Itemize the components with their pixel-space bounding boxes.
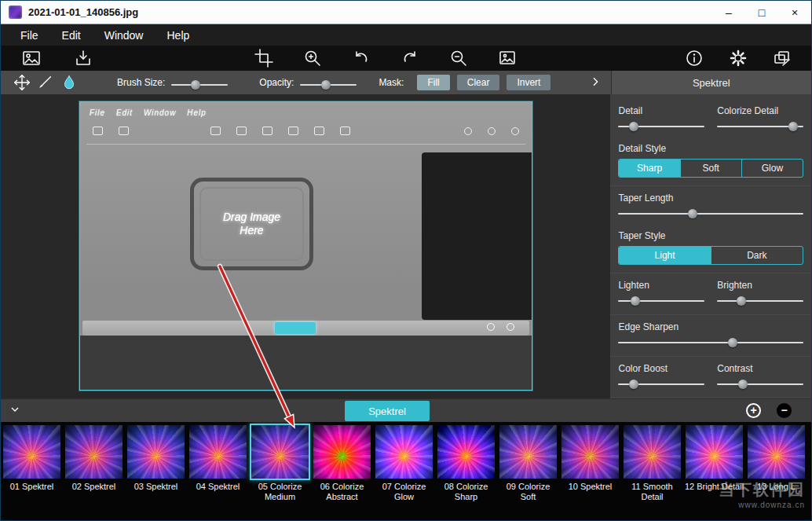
preset-thumbnail-image[interactable] <box>313 425 371 479</box>
compare-image-icon[interactable] <box>497 48 518 68</box>
color-boost-label: Color Boost <box>618 363 704 374</box>
menu-window[interactable]: Window <box>93 24 155 46</box>
detail-style-glow-button[interactable]: Glow <box>741 160 803 177</box>
preset-thumbnail-label: 10 Spektrel <box>561 482 620 492</box>
preset-thumbnail-image[interactable] <box>624 425 681 479</box>
preset-thumbnail[interactable]: 02 Spektrel <box>63 425 125 521</box>
slider-handle[interactable] <box>629 380 638 389</box>
preset-thumbnail-label: 05 Colorize Medium <box>251 482 310 501</box>
preset-category-tab[interactable]: Spektrel <box>345 401 430 421</box>
preset-thumbnail[interactable]: 12 Bright Detail <box>683 425 745 521</box>
move-tool-icon[interactable] <box>10 72 34 93</box>
brush-size-slider[interactable] <box>171 79 228 90</box>
edge-sharpen-slider[interactable] <box>618 337 803 348</box>
opacity-slider[interactable] <box>300 79 357 90</box>
detail-style-sharp-button[interactable]: Sharp <box>619 160 679 177</box>
slider-handle[interactable] <box>728 338 737 347</box>
slider-handle[interactable] <box>629 122 638 131</box>
preset-thumbnail[interactable]: 10 Spektrel <box>559 425 621 521</box>
mask-invert-button[interactable]: Invert <box>507 75 550 90</box>
preset-thumbnail-image[interactable] <box>65 425 123 479</box>
preset-thumbnail[interactable]: 07 Colorize Glow <box>373 425 435 521</box>
close-button[interactable]: × <box>778 1 811 24</box>
minimize-button[interactable]: – <box>712 1 745 24</box>
zoom-out-icon[interactable] <box>448 48 469 68</box>
edge-sharpen-label: Edge Sharpen <box>618 321 803 332</box>
slider-handle[interactable] <box>688 209 697 218</box>
preview-sketch-plus-icon <box>487 323 495 331</box>
preset-thumbnail-image[interactable] <box>437 425 495 479</box>
canvas-area[interactable]: File Edit Window Help Drag Image Here <box>1 94 610 398</box>
zoom-in-icon[interactable] <box>302 48 323 68</box>
contrast-slider[interactable] <box>717 379 803 390</box>
preset-thumbnail-image[interactable] <box>686 425 743 479</box>
mask-clear-button[interactable]: Clear <box>457 75 500 90</box>
remove-preset-button[interactable]: − <box>777 403 792 418</box>
menu-edit[interactable]: Edit <box>50 24 93 46</box>
panel-header-title: Spektrel <box>611 71 812 94</box>
info-icon[interactable] <box>684 48 704 68</box>
preset-thumbnail[interactable]: 08 Colorize Sharp <box>435 425 497 521</box>
taper-length-slider[interactable] <box>618 208 803 219</box>
preset-thumbnail-image[interactable] <box>127 425 185 479</box>
preset-thumbnail-image[interactable] <box>251 425 309 479</box>
chevron-down-icon[interactable] <box>9 403 21 418</box>
preset-thumbnail-image[interactable] <box>189 425 247 479</box>
preset-thumbnail[interactable]: 09 Colorize Soft <box>497 425 559 521</box>
add-preset-button[interactable]: + <box>746 403 761 418</box>
preset-thumbnail-image[interactable] <box>3 425 60 479</box>
preset-thumbnail-image[interactable] <box>748 425 805 479</box>
preset-thumbnail-label: 12 Bright Detail <box>685 482 744 492</box>
slider-handle[interactable] <box>631 296 640 306</box>
title-bar: 2021-01-01_140856.jpg – □ × <box>1 1 811 24</box>
preset-thumbnail-image[interactable] <box>375 425 433 479</box>
preset-thumbnail[interactable]: 13 Long L <box>745 425 807 521</box>
preset-thumbnail[interactable]: 03 Spektrel <box>125 425 187 521</box>
detail-label: Detail <box>618 105 704 116</box>
open-image-icon[interactable] <box>21 48 42 68</box>
eraser-tool-icon[interactable] <box>57 72 81 93</box>
chevron-right-icon[interactable] <box>589 75 602 90</box>
preset-thumbnail[interactable]: 04 Spektrel <box>187 425 249 521</box>
preset-thumbnail[interactable]: 06 Colorize Abstract <box>311 425 373 521</box>
presets-icon[interactable] <box>772 48 792 68</box>
slider-track[interactable] <box>618 213 803 215</box>
maximize-button[interactable]: □ <box>745 1 778 24</box>
redo-icon[interactable] <box>400 48 420 68</box>
menu-help[interactable]: Help <box>155 24 201 46</box>
gear-icon[interactable] <box>728 48 748 68</box>
drag-image-here-text: Drag Image Here <box>213 211 291 238</box>
brighten-slider[interactable] <box>717 295 803 306</box>
slider-handle[interactable] <box>321 80 331 90</box>
taper-style-dark-button[interactable]: Dark <box>711 247 803 264</box>
undo-icon[interactable] <box>351 48 371 68</box>
slider-handle[interactable] <box>737 296 746 306</box>
preset-bar: Spektrel + − <box>1 398 811 422</box>
taper-style-light-button[interactable]: Light <box>619 247 710 264</box>
preset-thumbnail[interactable]: 05 Colorize Medium <box>249 425 311 521</box>
menu-file[interactable]: File <box>9 24 50 46</box>
detail-slider[interactable] <box>618 121 704 132</box>
mask-fill-button[interactable]: Fill <box>417 75 449 90</box>
preset-thumbnail[interactable]: 11 Smooth Detail <box>621 425 683 521</box>
slider-track[interactable] <box>618 342 803 343</box>
crop-icon[interactable] <box>254 48 274 68</box>
app-window: 2021-01-01_140856.jpg – □ × File Edit Wi… <box>0 0 812 521</box>
detail-style-soft-button[interactable]: Soft <box>680 160 741 177</box>
slider-handle[interactable] <box>191 80 200 90</box>
colorize-detail-slider[interactable] <box>717 121 803 132</box>
save-icon[interactable] <box>73 48 93 68</box>
slider-handle[interactable] <box>788 122 798 131</box>
slider-track[interactable] <box>717 300 803 302</box>
preset-thumbnail[interactable]: 01 Spektrel <box>1 425 63 521</box>
lighten-slider[interactable] <box>618 295 704 306</box>
lighten-label: Lighten <box>618 280 704 291</box>
brush-tool-icon[interactable] <box>34 72 57 93</box>
divider <box>610 356 811 357</box>
preset-thumbnail-image[interactable] <box>561 425 619 479</box>
slider-track[interactable] <box>717 383 803 385</box>
slider-handle[interactable] <box>738 380 748 389</box>
color-boost-slider[interactable] <box>618 379 704 390</box>
preset-thumbnail-image[interactable] <box>499 425 557 479</box>
colorize-detail-label: Colorize Detail <box>717 105 803 116</box>
